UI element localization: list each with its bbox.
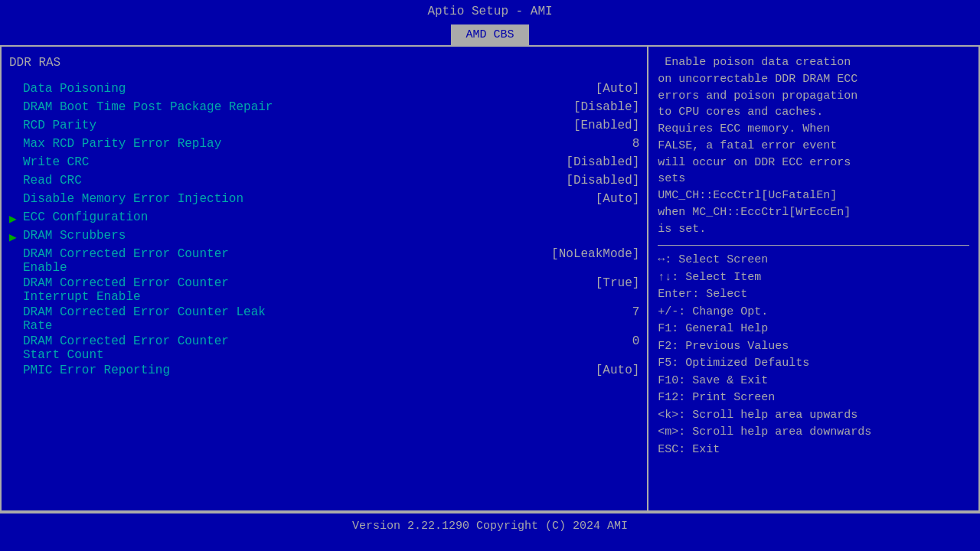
- menu-item-label: Data Poisoning: [23, 82, 596, 96]
- shortcut-item: ESC: Exit: [658, 442, 969, 459]
- tab-amd-cbs[interactable]: AMD CBS: [451, 24, 528, 45]
- menu-item-label: DRAM Boot Time Post Package Repair: [23, 100, 573, 114]
- menu-item-value: [Disable]: [573, 100, 639, 114]
- menu-item-label: DRAM Corrected Error Counter Enable: [23, 247, 551, 275]
- shortcut-item: ↑↓: Select Item: [658, 269, 969, 287]
- menu-item[interactable]: DRAM Corrected Error Counter Leak Rate7: [9, 305, 639, 333]
- menu-item[interactable]: ▶DRAM Scrubbers: [9, 229, 639, 246]
- menu-arrow-icon: ▶: [9, 211, 23, 227]
- shortcut-item: F1: General Help: [658, 321, 969, 338]
- menu-item-label: ECC Configuration: [23, 210, 639, 224]
- menu-item-value: 0: [632, 334, 640, 348]
- menu-item-label: DRAM Corrected Error Counter Leak Rate: [23, 305, 632, 333]
- shortcut-item: <k>: Scroll help area upwards: [658, 407, 969, 425]
- shortcuts-list: ↔: Select Screen↑↓: Select ItemEnter: Se…: [658, 252, 969, 458]
- menu-item[interactable]: Data Poisoning[Auto]: [9, 82, 639, 99]
- menu-item-label: RCD Parity: [23, 119, 573, 132]
- menu-item-label: Read CRC: [23, 174, 566, 187]
- menu-item-value: 8: [632, 137, 640, 151]
- shortcut-item: ↔: Select Screen: [658, 252, 969, 269]
- menu-item-label: Max RCD Parity Error Replay: [23, 137, 632, 151]
- menu-item[interactable]: DRAM Corrected Error Counter Interrupt E…: [9, 276, 639, 304]
- footer: Version 2.22.1290 Copyright (C) 2024 AMI: [0, 512, 980, 539]
- menu-item-value: 7: [632, 305, 640, 319]
- panel-title: DDR RAS: [9, 56, 639, 70]
- menu-item-value: [Disabled]: [566, 174, 639, 187]
- shortcut-item: F2: Previous Values: [658, 338, 969, 356]
- shortcut-item: Enter: Select: [658, 286, 969, 304]
- menu-item-value: [Enabled]: [573, 119, 639, 132]
- menu-item-label: DRAM Scrubbers: [23, 229, 639, 243]
- menu-item[interactable]: DRAM Corrected Error Counter Start Count…: [9, 334, 639, 362]
- right-panel: Enable poison data creation on uncorrect…: [648, 47, 978, 510]
- menu-item-value: [Disabled]: [566, 155, 639, 169]
- menu-item[interactable]: Read CRC[Disabled]: [9, 174, 639, 191]
- help-text: Enable poison data creation on uncorrect…: [658, 54, 969, 237]
- tab-bar: AMD CBS: [0, 21, 980, 45]
- menu-item[interactable]: RCD Parity[Enabled]: [9, 119, 639, 135]
- main-content: DDR RAS Data Poisoning[Auto] DRAM Boot T…: [0, 45, 980, 512]
- menu-item[interactable]: Max RCD Parity Error Replay8: [9, 137, 639, 154]
- menu-item[interactable]: PMIC Error Reporting[Auto]: [9, 364, 639, 380]
- menu-item-label: Disable Memory Error Injection: [23, 192, 596, 206]
- shortcut-item: F10: Save & Exit: [658, 373, 969, 390]
- menu-item[interactable]: Write CRC[Disabled]: [9, 155, 639, 172]
- shortcut-item: F12: Print Screen: [658, 390, 969, 407]
- menu-item-label: PMIC Error Reporting: [23, 364, 596, 377]
- left-panel: DDR RAS Data Poisoning[Auto] DRAM Boot T…: [2, 47, 648, 510]
- menu-item[interactable]: DRAM Boot Time Post Package Repair[Disab…: [9, 100, 639, 117]
- menu-item[interactable]: DRAM Corrected Error Counter Enable[NoLe…: [9, 247, 639, 275]
- menu-item-value: [True]: [596, 276, 640, 290]
- app-title: Aptio Setup - AMI: [427, 5, 552, 18]
- shortcut-item: F5: Optimized Defaults: [658, 355, 969, 373]
- menu-item-value: [NoLeakMode]: [551, 247, 639, 261]
- menu-item[interactable]: Disable Memory Error Injection[Auto]: [9, 192, 639, 209]
- menu-item-label: DRAM Corrected Error Counter Interrupt E…: [23, 276, 596, 304]
- title-bar: Aptio Setup - AMI: [0, 0, 980, 21]
- menu-item-value: [Auto]: [596, 82, 640, 96]
- menu-item-label: Write CRC: [23, 155, 566, 169]
- menu-item[interactable]: ▶ECC Configuration: [9, 210, 639, 227]
- shortcut-item: +/-: Change Opt.: [658, 304, 969, 321]
- shortcut-item: <m>: Scroll help area downwards: [658, 424, 969, 442]
- menu-arrow-icon: ▶: [9, 230, 23, 245]
- divider: [658, 245, 969, 246]
- menu-item-value: [Auto]: [596, 192, 640, 206]
- menu-item-value: [Auto]: [596, 364, 640, 377]
- menu-list: Data Poisoning[Auto] DRAM Boot Time Post…: [9, 82, 639, 380]
- menu-item-label: DRAM Corrected Error Counter Start Count: [23, 334, 632, 362]
